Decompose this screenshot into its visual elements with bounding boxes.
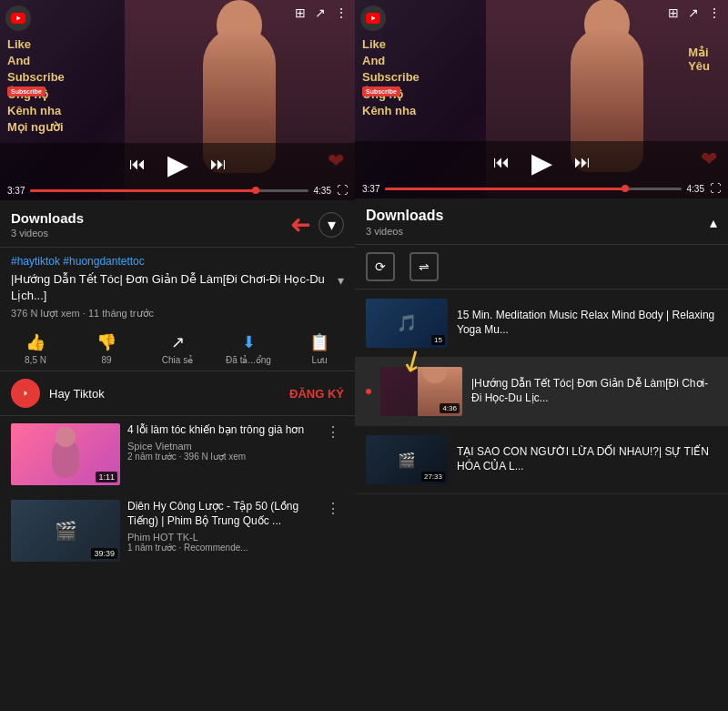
left-panel: LikeAndSubscribeỦng hộKênh nhaMọi người … bbox=[0, 0, 355, 711]
like-icon: 👍 bbox=[25, 332, 46, 352]
shuffle-button[interactable]: ⇌ bbox=[410, 252, 439, 281]
right-add-icon[interactable]: ⊞ bbox=[668, 5, 679, 20]
download-button[interactable]: ⬇ Đã tả...ổng bbox=[213, 332, 284, 365]
playlist-info-0: 15 Min. Meditation Music Relax Mind Body… bbox=[457, 309, 717, 337]
rec-more-1[interactable]: ⋮ bbox=[322, 500, 344, 517]
downloads-section: Downloads 3 videos ➜ ▾ bbox=[0, 200, 355, 248]
rec-channel-0: Spice Vietnam bbox=[127, 441, 315, 452]
active-dot bbox=[366, 389, 371, 394]
downloads-text: Downloads 3 videos bbox=[11, 210, 84, 239]
playlist-item-2[interactable]: 🎬 27:33 TẠI SAO CON NGƯỜI LỪA DỐI NHAU!?… bbox=[355, 426, 728, 494]
right-prev-button[interactable]: ⏮ bbox=[493, 153, 510, 172]
share-icon[interactable]: ↗ bbox=[315, 5, 326, 20]
right-video-player: LikeAndSubscribeỦng hộKênh nha Subscribe… bbox=[355, 0, 728, 198]
like-button[interactable]: 👍 8,5 N bbox=[0, 332, 71, 365]
rec-title-1: Diên Hy Công Lược - Tập 50 (Lồng Tiếng) … bbox=[127, 500, 315, 528]
playlist-thumb-2: 🎬 27:33 bbox=[366, 435, 448, 484]
rec-info-1: Diên Hy Công Lược - Tập 50 (Lồng Tiếng) … bbox=[127, 500, 315, 552]
rec-duration-0: 1:11 bbox=[96, 472, 117, 482]
playlist-duration-2: 27:33 bbox=[421, 472, 445, 482]
right-downloads-title: Downloads bbox=[366, 208, 443, 224]
right-progress-bar[interactable] bbox=[385, 188, 681, 190]
rec-thumb-0: 1:11 bbox=[11, 423, 120, 485]
subscribe-overlay: Subscribe bbox=[7, 86, 46, 96]
next-button[interactable]: ⏭ bbox=[210, 155, 227, 174]
right-progress-bar-row: 3:37 4:35 ⛶ bbox=[355, 180, 728, 197]
right-next-button[interactable]: ⏭ bbox=[574, 153, 591, 172]
right-player-controls: ⏮ ▶ ⏭ 3:37 4:35 ⛶ bbox=[355, 141, 728, 198]
channel-avatar bbox=[11, 379, 40, 408]
chevron-up-icon[interactable]: ▴ bbox=[710, 214, 717, 231]
right-controls-row: ⏮ ▶ ⏭ bbox=[355, 145, 728, 180]
rec-meta-1: 1 năm trước · Recommende... bbox=[127, 543, 315, 553]
subscribe-button[interactable]: ĐĂNG KÝ bbox=[289, 387, 344, 401]
playlist-title-1: |Hướng Dẫn Tết Tóc| Đơn Giản Dễ Làm[Đi C… bbox=[471, 377, 717, 405]
more-icon[interactable]: ⋮ bbox=[335, 5, 348, 20]
playlist-info-2: TẠI SAO CON NGƯỜI LỪA DỐI NHAU!?| SỰ TIẾ… bbox=[457, 445, 717, 473]
right-video-overlay: LikeAndSubscribeỦng hộKênh nha bbox=[362, 36, 420, 119]
arrow-annotation: ➜ bbox=[290, 209, 311, 239]
rec-thumb-1: 🎬 39:39 bbox=[11, 500, 120, 562]
time-current: 3:37 bbox=[7, 186, 25, 196]
dislike-button[interactable]: 👎 89 bbox=[71, 332, 142, 365]
add-icon[interactable]: ⊞ bbox=[295, 5, 306, 20]
channel-logo bbox=[5, 5, 31, 31]
downloads-count: 3 videos bbox=[11, 228, 84, 239]
right-subscribe-overlay: Subscribe bbox=[362, 86, 400, 96]
rec-duration-1: 39:39 bbox=[91, 548, 117, 559]
right-channel-logo bbox=[360, 5, 386, 31]
video-expand-icon[interactable]: ▾ bbox=[338, 273, 344, 288]
save-label: Lưu bbox=[311, 355, 327, 365]
right-progress-fill bbox=[385, 188, 624, 190]
right-time-total: 4:35 bbox=[687, 184, 704, 194]
playlist-title-0: 15 Min. Meditation Music Relax Mind Body… bbox=[457, 309, 717, 337]
playlist-duration-1: 4:36 bbox=[440, 403, 460, 413]
play-button[interactable]: ▶ bbox=[167, 148, 188, 180]
action-buttons: 👍 8,5 N 👎 89 ↗ Chia sẻ ⬇ Đã tả...ổng 📋 L… bbox=[0, 327, 355, 371]
right-play-button[interactable]: ▶ bbox=[531, 147, 552, 178]
rec-meta-0: 2 năm trước · 396 N lượt xem bbox=[127, 452, 315, 462]
video-meta: 376 N lượt xem · 11 tháng trước bbox=[11, 308, 344, 320]
progress-bar-row: 3:37 4:35 ⛶ bbox=[0, 182, 355, 198]
time-total: 4:35 bbox=[314, 186, 331, 196]
progress-bar[interactable] bbox=[30, 189, 308, 192]
channel-name: Hay Tiktok bbox=[49, 387, 280, 401]
video-hashtags: #haytiktok #huongdantettoc bbox=[11, 255, 344, 268]
playlist-thumb-0: 🎵 15 bbox=[366, 299, 448, 348]
repeat-icon: ⟳ bbox=[375, 259, 386, 274]
left-video-player: LikeAndSubscribeỦng hộKênh nhaMọi người … bbox=[0, 0, 355, 200]
right-downloads-text: Downloads 3 videos bbox=[366, 208, 443, 237]
progress-fill bbox=[30, 189, 255, 192]
right-downloads-header: Downloads 3 videos ▴ bbox=[355, 198, 728, 245]
share-button[interactable]: ↗ Chia sẻ bbox=[142, 332, 213, 365]
save-icon: 📋 bbox=[309, 332, 329, 352]
rec-info-0: 4 lỗi làm tóc khiến bạn trông già hơn Sp… bbox=[127, 423, 315, 462]
channel-row: Hay Tiktok ĐĂNG KÝ bbox=[0, 371, 355, 416]
right-time-current: 3:37 bbox=[362, 184, 379, 194]
download-icon: ⬇ bbox=[242, 332, 256, 352]
chevron-down-button[interactable]: ▾ bbox=[318, 212, 344, 238]
rec-more-0[interactable]: ⋮ bbox=[322, 423, 344, 441]
right-mai-text: MảiYêu bbox=[688, 46, 710, 73]
playlist-title-2: TẠI SAO CON NGƯỜI LỪA DỐI NHAU!?| SỰ TIẾ… bbox=[457, 445, 717, 473]
rec-item-1[interactable]: 🎬 39:39 Diên Hy Công Lược - Tập 50 (Lồng… bbox=[0, 493, 355, 569]
progress-dot bbox=[252, 187, 259, 194]
repeat-button[interactable]: ⟳ bbox=[366, 252, 395, 281]
playlist-duration-0: 15 bbox=[431, 335, 445, 345]
playlist-items: 🎵 15 15 Min. Meditation Music Relax Mind… bbox=[355, 289, 728, 711]
video-title-row: |Hướng Dẫn Tết Tóc| Đơn Giản Dễ Làm[Đi C… bbox=[11, 271, 344, 304]
dislike-icon: 👎 bbox=[96, 332, 116, 352]
right-progress-dot bbox=[622, 185, 629, 192]
right-fullscreen-button[interactable]: ⛶ bbox=[710, 182, 721, 195]
right-share-icon[interactable]: ↗ bbox=[688, 5, 699, 20]
save-button[interactable]: 📋 Lưu bbox=[284, 332, 355, 365]
fullscreen-button[interactable]: ⛶ bbox=[337, 184, 348, 197]
share-label: Chia sẻ bbox=[162, 355, 193, 365]
controls-row: ⏮ ▶ ⏭ bbox=[0, 147, 355, 182]
dislike-count: 89 bbox=[101, 355, 111, 365]
right-more-icon[interactable]: ⋮ bbox=[708, 5, 721, 20]
prev-button[interactable]: ⏮ bbox=[129, 155, 146, 174]
rec-item-0[interactable]: 1:11 4 lỗi làm tóc khiến bạn trông già h… bbox=[0, 416, 355, 493]
right-downloads-count: 3 videos bbox=[366, 226, 443, 237]
top-bar: ⊞ ↗ ⋮ bbox=[295, 5, 348, 20]
